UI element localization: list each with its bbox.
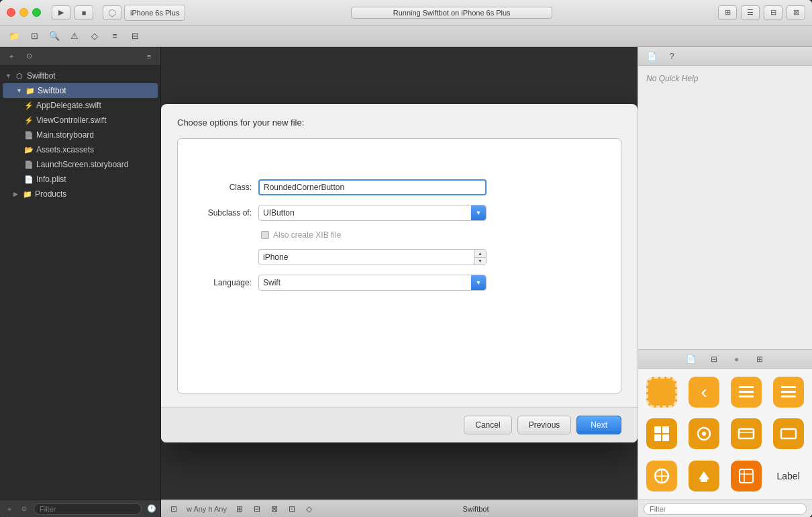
cancel-button[interactable]: Cancel [464,416,511,434]
subclass-label: Subclass of: [191,208,252,218]
obj-item-5[interactable] [641,413,683,455]
breakpoint-btn[interactable]: ⊡ [26,28,43,44]
sidebar-item-viewcontroller[interactable]: ⚡ ViewController.swift [0,113,160,128]
class-input[interactable] [258,179,487,195]
next-button[interactable]: Next [576,416,621,434]
sidebar-item-products[interactable]: ▶ 📁 Products [0,187,160,201]
modal-content-area: Choose options for your new file: Class:… [161,104,638,407]
label-text-icon: Label [773,461,804,491]
class-label: Class: [191,183,252,192]
close-button[interactable] [7,8,15,17]
object-library: 📄 ⊟ ● ⊞ ‹ [638,349,812,517]
svg-rect-19 [701,479,707,482]
run-status: Running Swiftbot on iPhone 6s Plus [189,7,714,19]
obj-lib-grid-btn[interactable]: ⊞ [751,352,768,367]
view-sidebar-btn[interactable]: ⊠ [786,5,805,20]
previous-button[interactable]: Previous [517,416,572,434]
obj-icon-1 [646,377,677,408]
sidebar-item-storyboard[interactable]: 📄 Main.storyboard [0,128,160,142]
add-filter-btn[interactable]: + [4,504,15,514]
language-arrow-btn[interactable]: ▼ [471,275,486,290]
inspector-quick-btn[interactable]: ? [662,49,681,64]
obj-icon-11 [731,461,762,491]
obj-filter-input[interactable] [644,503,807,515]
modal-title: Choose options for your new file: [177,117,621,128]
maximize-button[interactable] [32,8,41,17]
xib-label: Also create XIB file [273,230,341,240]
language-select[interactable]: Swift Objective-C [259,275,486,290]
view-split-btn[interactable]: ⊟ [764,5,782,20]
sidebar-sort-btn[interactable]: ≡ [142,49,156,64]
canvas-tool-5[interactable]: ◇ [302,502,317,516]
sidebar-item-group[interactable]: ▼ 📁 Swiftbot [3,83,158,98]
products-label: Products [35,189,66,199]
obj-item-9[interactable] [641,455,683,497]
right-panel: 📄 ? No Quick Help 📄 ⊟ ● ⊞ [638,47,812,517]
obj-item-8[interactable] [767,413,809,455]
obj-item-11[interactable] [725,455,768,497]
stepper-up-btn[interactable]: ▲ [474,250,486,258]
canvas-tool-4[interactable]: ⊡ [285,502,299,516]
products-folder-icon: 📁 [23,189,32,199]
sidebar-item-project[interactable]: ▼ ⬡ Swiftbot [0,68,160,83]
stepper-down-btn[interactable]: ▼ [474,258,486,265]
stepper-arrows: ▲ ▼ [474,250,486,265]
diamond-btn[interactable]: ◇ [86,28,103,44]
xib-checkbox[interactable] [261,231,269,239]
obj-lib-panel-btn[interactable]: ⊟ [705,352,723,367]
subclass-arrow-btn[interactable]: ▼ [471,205,486,220]
obj-item-3[interactable] [725,371,768,413]
stop-button[interactable]: ■ [74,5,93,20]
obj-item-1[interactable] [641,371,683,413]
run-button[interactable]: ▶ [52,5,70,20]
view-layout-btn[interactable]: ⊞ [718,5,737,20]
group-folder-icon: 📁 [26,86,35,95]
sidebar-tree: ▼ ⬡ Swiftbot ▼ 📁 Swiftbot ⚡ AppDelegate.… [0,66,160,500]
device-value: iPhone [259,252,474,262]
sidebar-filter-icon[interactable]: ⊙ [21,49,36,64]
obj-icon-8 [773,418,804,449]
canvas-tool-1[interactable]: ⊞ [232,502,247,516]
titlebar: ▶ ■ ⬡ iPhone 6s Plus Running Swiftbot on… [0,0,812,26]
obj-item-6[interactable] [683,413,725,455]
view-btn-2[interactable]: ☰ [741,5,760,20]
swift-file-icon: ⚡ [24,101,34,110]
subclass-select[interactable]: UIButton UIView UIViewController [259,205,486,220]
sidebar-item-appdelegate[interactable]: ⚡ AppDelegate.swift [0,98,160,113]
sidebar-item-launchscreen[interactable]: 📄 LaunchScreen.storyboard [0,157,160,172]
run-status-text: Running Swiftbot on iPhone 6s Plus [393,9,511,17]
obj-lib-toolbar: 📄 ⊟ ● ⊞ [638,350,812,369]
obj-item-10[interactable] [683,455,725,497]
assets-icon: 📂 [24,145,34,154]
list-btn[interactable]: ≡ [106,28,123,44]
sidebar-item-plist[interactable]: 📄 Info.plist [0,172,160,187]
obj-item-7[interactable] [725,413,768,455]
size-any-label: w Any h Any [187,505,227,513]
size-text: w Any h Any [187,505,227,513]
folder-btn[interactable]: 📁 [5,28,23,44]
canvas-tool-3[interactable]: ⊠ [267,502,282,516]
obj-item-label[interactable]: Label [767,455,809,497]
svg-rect-12 [739,429,754,438]
scheme-name: iPhone 6s Plus [130,9,179,17]
inspector-file-btn[interactable]: 📄 [642,49,661,64]
sidebar-filter-input[interactable] [34,503,142,515]
hierarchy-btn[interactable]: ⊟ [126,28,144,44]
center-area: Choose options for your new file: Class:… [161,47,638,517]
canvas-tool-2[interactable]: ⊟ [250,502,264,516]
obj-item-4[interactable] [767,371,809,413]
view-toggle-btn[interactable]: ⊡ [166,502,181,516]
circle-filter-btn[interactable]: ⊙ [17,504,31,514]
warning-btn[interactable]: ⚠ [66,28,83,44]
svg-rect-3 [781,386,796,388]
obj-lib-circle-btn[interactable]: ● [728,352,746,367]
svg-rect-20 [740,469,753,483]
search-btn[interactable]: 🔍 [46,28,63,44]
obj-lib-file-btn[interactable]: 📄 [682,352,700,367]
obj-item-2[interactable]: ‹ [683,371,725,413]
titlebar-controls: ▶ ■ [52,5,93,20]
sidebar-add-btn[interactable]: + [4,49,19,64]
scheme-box[interactable]: iPhone 6s Plus [124,5,185,21]
sidebar-item-assets[interactable]: 📂 Assets.xcassets [0,142,160,157]
minimize-button[interactable] [19,8,28,17]
